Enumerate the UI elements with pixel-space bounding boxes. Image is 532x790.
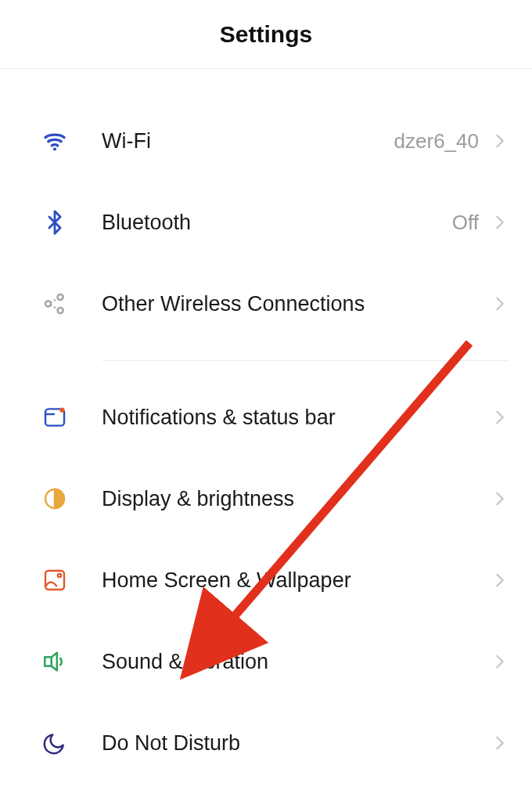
chevron-right-icon (491, 734, 509, 752)
svg-line-4 (51, 298, 58, 303)
chevron-right-icon (491, 295, 509, 312)
settings-label: Display & brightness (102, 487, 491, 511)
settings-label: Home Screen & Wallpaper (102, 568, 491, 593)
settings-label: Do Not Disturb (102, 731, 491, 756)
chevron-right-icon (491, 409, 509, 426)
spacer (0, 69, 532, 100)
brightness-icon (38, 482, 72, 516)
sound-icon (38, 644, 72, 679)
svg-point-0 (53, 147, 56, 150)
svg-line-5 (51, 305, 58, 309)
wallpaper-icon (38, 563, 72, 597)
settings-item-bluetooth[interactable]: Bluetooth Off (0, 182, 532, 263)
page-title: Settings (220, 21, 312, 48)
settings-label: Sound & vibration (102, 650, 491, 674)
settings-item-notifications[interactable]: Notifications & status bar (0, 377, 532, 458)
chevron-right-icon (491, 132, 509, 150)
header: Settings (0, 0, 532, 69)
moon-icon (38, 726, 72, 760)
settings-item-display[interactable]: Display & brightness (0, 458, 532, 539)
settings-value: dzer6_40 (394, 129, 479, 153)
chevron-right-icon (491, 490, 509, 507)
wifi-icon (38, 124, 72, 158)
svg-rect-12 (45, 657, 52, 666)
settings-label: Notifications & status bar (102, 406, 491, 430)
chevron-right-icon (491, 572, 509, 589)
section-divider (102, 360, 509, 361)
svg-point-11 (58, 574, 61, 577)
settings-label: Wi-Fi (102, 129, 394, 153)
settings-item-home-wallpaper[interactable]: Home Screen & Wallpaper (0, 539, 532, 621)
wireless-share-icon (38, 287, 72, 321)
settings-label: Bluetooth (102, 211, 452, 235)
settings-item-other-wireless[interactable]: Other Wireless Connections (0, 263, 532, 344)
settings-item-wifi[interactable]: Wi-Fi dzer6_40 (0, 100, 532, 182)
settings-item-dnd[interactable]: Do Not Disturb (0, 702, 532, 784)
bluetooth-icon (38, 205, 72, 240)
notification-icon (38, 400, 72, 435)
chevron-right-icon (491, 214, 509, 231)
svg-rect-10 (45, 571, 64, 590)
settings-value: Off (452, 211, 479, 235)
svg-point-8 (59, 408, 64, 413)
settings-item-sound[interactable]: Sound & vibration (0, 621, 532, 702)
chevron-right-icon (491, 653, 509, 670)
settings-label: Other Wireless Connections (102, 292, 491, 316)
